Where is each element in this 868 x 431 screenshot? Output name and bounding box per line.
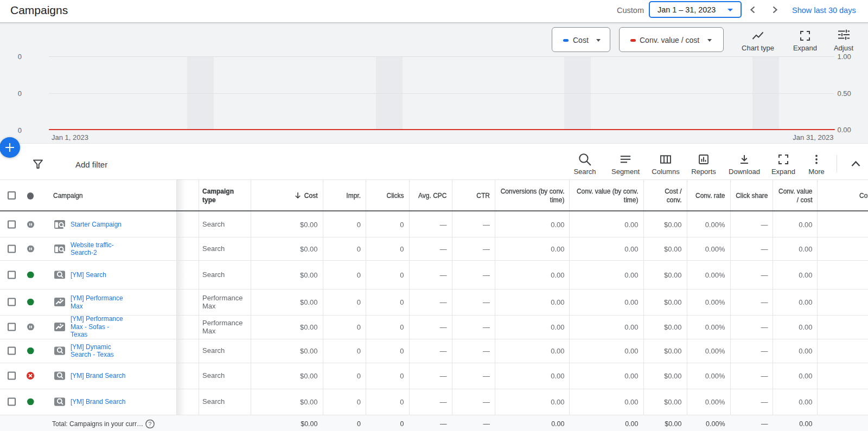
svg-text:?: ? xyxy=(149,420,152,427)
